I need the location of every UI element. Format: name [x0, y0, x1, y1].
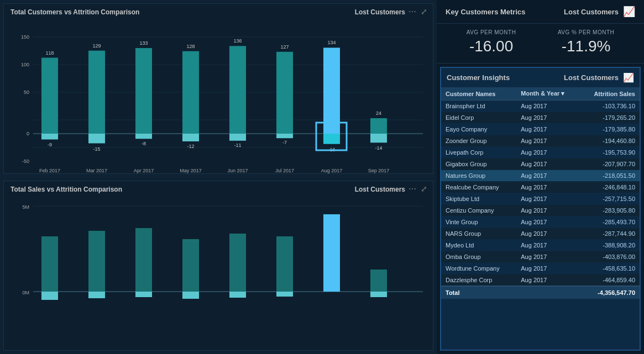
svg-rect-63	[370, 270, 387, 292]
month-year-cell: Aug 2017	[516, 274, 579, 287]
svg-rect-41	[323, 47, 340, 134]
svg-rect-57	[88, 231, 105, 292]
attrition-sales-cell: -388,908.20	[579, 240, 640, 251]
svg-rect-68	[229, 292, 246, 298]
svg-text:Mar 2017: Mar 2017	[86, 168, 107, 173]
insights-title: Customer Insights	[447, 73, 510, 82]
svg-text:127: 127	[280, 44, 289, 50]
table-total-row: Total -4,356,547.70	[441, 286, 640, 299]
month-year-cell: Aug 2017	[516, 182, 579, 193]
customer-name-cell: Eayo Company	[441, 124, 516, 135]
month-year-cell: Aug 2017	[516, 158, 579, 170]
attrition-sales-cell: -218,051.50	[579, 170, 640, 182]
bottom-chart-box: Total Sales vs Attrition Comparison Lost…	[3, 181, 433, 351]
svg-rect-65	[88, 292, 105, 298]
svg-rect-26	[182, 51, 199, 134]
month-year-cell: Aug 2017	[516, 193, 579, 205]
table-row: Eidel CorpAug 2017-179,265.20	[441, 112, 640, 124]
table-row: Livepath CorpAug 2017-195,753.90	[441, 147, 640, 158]
svg-rect-47	[370, 118, 387, 134]
svg-text:50: 50	[24, 89, 29, 95]
bottom-chart-menu-icon[interactable]: ⋯	[409, 184, 416, 193]
customer-name-cell: Wordtune Company	[441, 263, 516, 274]
attrition-sales-cell: -283,905.80	[579, 205, 640, 216]
insights-lost-label: Lost Customers	[564, 73, 619, 82]
svg-rect-64	[41, 292, 58, 300]
svg-text:118: 118	[45, 50, 54, 56]
attrition-sales-cell: -246,848.10	[579, 182, 640, 193]
avg-pct-value: -11.9%	[558, 38, 614, 55]
attrition-sales-cell: -103,736.10	[579, 101, 640, 112]
month-year-cell: Aug 2017	[516, 101, 579, 112]
svg-text:-12: -12	[187, 144, 194, 149]
table-row: Mydeo LtdAug 2017-388,908.20	[441, 240, 640, 251]
top-chart-badge: Lost Customers	[355, 8, 405, 16]
svg-rect-37	[276, 134, 293, 138]
customer-name-cell: Centizu Company	[441, 205, 516, 216]
col-customer-names[interactable]: Customer Names	[441, 87, 516, 101]
customer-name-cell: Vinte Group	[441, 216, 516, 228]
svg-rect-36	[276, 52, 293, 134]
svg-rect-66	[135, 292, 152, 297]
svg-rect-31	[229, 46, 246, 134]
svg-text:Sep 2017: Sep 2017	[368, 168, 390, 173]
svg-text:-14: -14	[375, 145, 382, 151]
svg-rect-58	[135, 228, 152, 292]
svg-rect-61	[276, 236, 293, 292]
attrition-sales-cell: -287,744.90	[579, 228, 640, 240]
customer-name-cell: Gigabox Group	[441, 158, 516, 170]
table-row: Realcube CompanyAug 2017-246,848.10	[441, 182, 640, 193]
customer-name-cell: Realcube Company	[441, 182, 516, 193]
top-chart-title: Total Customers vs Attrition Comparison	[11, 8, 139, 16]
attrition-sales-cell: -403,876.00	[579, 251, 640, 263]
insights-table: Customer Names Month & Year ▾ Attrition …	[441, 87, 640, 299]
insights-header: Customer Insights Lost Customers 📈	[441, 68, 640, 87]
table-row: Gigabox GroupAug 2017-207,907.70	[441, 158, 640, 170]
bottom-chart-expand-icon[interactable]: ⤢	[421, 184, 427, 193]
month-year-cell: Aug 2017	[516, 228, 579, 240]
bottom-chart-badge: Lost Customers	[355, 186, 405, 193]
avg-pct-per-month-col: AVG % PER MONTH -11.9%	[558, 29, 614, 55]
col-month-year[interactable]: Month & Year ▾	[516, 87, 579, 101]
svg-text:133: 133	[139, 40, 148, 46]
avg-per-month-label: AVG PER MONTH	[467, 29, 516, 35]
total-value: -4,356,547.70	[579, 286, 640, 299]
insights-panel: Customer Insights Lost Customers 📈 Custo…	[440, 67, 641, 351]
month-year-cell: Aug 2017	[516, 251, 579, 263]
svg-rect-60	[229, 234, 246, 292]
attrition-sales-cell: -179,385.80	[579, 124, 640, 135]
table-header-row: Customer Names Month & Year ▾ Attrition …	[441, 87, 640, 101]
customer-name-cell: NARS Group	[441, 228, 516, 240]
month-year-cell: Aug 2017	[516, 147, 579, 158]
customer-name-cell: Mydeo Ltd	[441, 240, 516, 251]
table-row: Natures GroupAug 2017-218,051.50	[441, 170, 640, 182]
top-chart-expand-icon[interactable]: ⤢	[421, 7, 427, 16]
customer-name-cell: Zoonder Group	[441, 135, 516, 147]
svg-text:-8: -8	[142, 141, 146, 146]
top-chart-menu-icon[interactable]: ⋯	[409, 7, 416, 16]
top-chart-svg: 150 100 50 0 -50 118 -9 Feb 2017 129 -15…	[8, 20, 434, 192]
svg-rect-42	[323, 134, 340, 144]
svg-text:May 2017: May 2017	[180, 168, 202, 173]
svg-text:Apr 2017: Apr 2017	[134, 168, 154, 173]
svg-rect-12	[41, 134, 58, 140]
svg-rect-21	[135, 48, 152, 134]
svg-rect-16	[88, 51, 105, 134]
table-row: Zoonder GroupAug 2017-194,460.80	[441, 135, 640, 147]
table-row: NARS GroupAug 2017-287,744.90	[441, 228, 640, 240]
table-row: Skiptube LtdAug 2017-257,715.50	[441, 193, 640, 205]
svg-text:-15: -15	[93, 146, 100, 152]
table-row: Eayo CompanyAug 2017-179,385.80	[441, 124, 640, 135]
svg-text:Jun 2017: Jun 2017	[227, 168, 248, 173]
top-chart-box: Total Customers vs Attrition Comparison …	[3, 3, 433, 174]
customer-name-cell: Livepath Corp	[441, 147, 516, 158]
customer-name-cell: Skiptube Ltd	[441, 193, 516, 205]
table-row: Omba GroupAug 2017-403,876.00	[441, 251, 640, 263]
month-year-cell: Aug 2017	[516, 240, 579, 251]
table-row: Wordtune CompanyAug 2017-458,635.10	[441, 263, 640, 274]
svg-text:5M: 5M	[22, 204, 29, 210]
col-attrition-sales[interactable]: Attrition Sales	[579, 87, 640, 101]
svg-text:129: 129	[92, 43, 101, 49]
svg-text:134: 134	[327, 40, 336, 45]
right-panel: Key Customers Metrics Lost Customers 📈 A…	[437, 0, 644, 354]
